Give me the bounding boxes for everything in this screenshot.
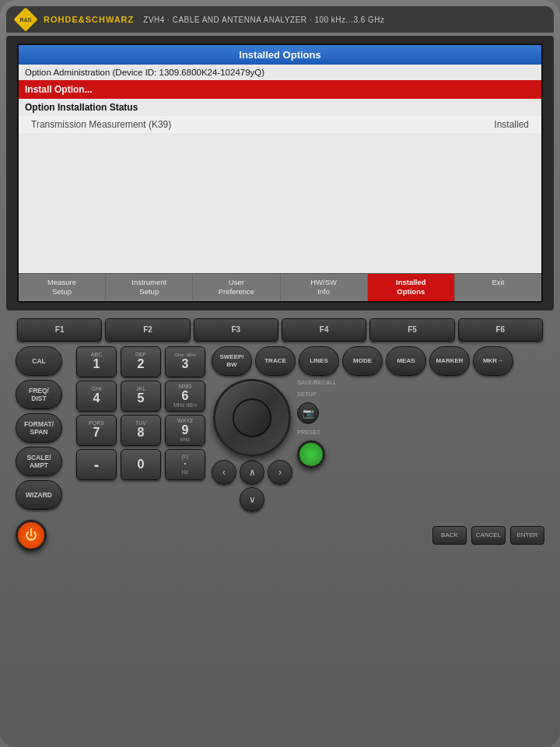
install-status-header: Option Installation Status xyxy=(19,99,541,116)
nav-up-btn[interactable]: ∧ xyxy=(240,460,264,485)
back-key[interactable]: BACK xyxy=(432,526,467,545)
numpad-row-4: - 0 (n) · Hz xyxy=(76,449,205,480)
rotary-center xyxy=(233,398,271,437)
format-span-key[interactable]: FORMAT/SPAN xyxy=(16,413,62,443)
mkr-arrow-key[interactable]: MKR→ xyxy=(473,346,513,376)
numpad-row-1: ABC 1 DEF 2 GHz -d8m 3 xyxy=(76,346,205,377)
side-buttons: SAVE/RECALL SETUP 📷 PRESET xyxy=(297,379,337,468)
softkey-measure-setup[interactable]: MeasureSetup xyxy=(19,274,106,301)
key-2[interactable]: DEF 2 xyxy=(121,346,161,377)
softkey-instrument-setup[interactable]: InstrumentSetup xyxy=(106,274,193,301)
cal-key[interactable]: CAL xyxy=(16,346,62,376)
sweep-bw-key[interactable]: SWEEP/BW xyxy=(212,346,252,376)
power-button[interactable]: ⏻ xyxy=(16,520,47,551)
enter-key[interactable]: ENTER xyxy=(510,526,544,545)
marker-key[interactable]: MARKER xyxy=(429,346,470,376)
function-key-row: F1 F2 F3 F4 F5 F6 xyxy=(14,318,546,342)
setup-label: SETUP xyxy=(297,391,317,398)
key-9[interactable]: WXYZ 9 kHz xyxy=(165,415,205,446)
rs-diamond-icon: R&S xyxy=(13,7,37,31)
softkey-installed-options[interactable]: InstalledOptions xyxy=(368,274,455,301)
screen-blank-area xyxy=(19,133,541,273)
screen-title: Installed Options xyxy=(19,45,541,65)
numpad-row-3: PQRS 7 TUV 8 WXYZ 9 kHz xyxy=(76,415,205,446)
preset-button[interactable] xyxy=(297,440,325,468)
rotary-container: ‹ ∧ ∨ › xyxy=(212,379,292,512)
scale-ampt-key[interactable]: SCALE/AMPT xyxy=(16,447,62,476)
screen-bezel: Installed Options Option Administration … xyxy=(6,36,554,310)
nav-cluster: ‹ ∧ ∨ › xyxy=(212,460,292,512)
f1-key[interactable]: F1 xyxy=(17,318,102,342)
camera-key[interactable]: 📷 xyxy=(297,402,319,424)
right-keypad-section: SWEEP/BW TRACE LINES MODE MEAS MARKER MK… xyxy=(212,346,544,512)
device-model: ZVH4 · CABLE AND ANTENNA ANALYZER · 100 … xyxy=(143,16,384,24)
left-key-column: CAL FREQ/DIST FORMAT/SPAN SCALE/AMPT WIZ… xyxy=(16,346,70,512)
key-4[interactable]: GHI 4 xyxy=(76,381,117,412)
key-5[interactable]: JKL 5 xyxy=(121,381,161,412)
softkey-bar: MeasureSetup InstrumentSetup UserPrefere… xyxy=(19,273,541,301)
key-6[interactable]: MNO 6 MHz d8m xyxy=(165,381,205,412)
keypad-area: F1 F2 F3 F4 F5 F6 CAL FREQ/DIST FORMAT/S… xyxy=(6,314,554,559)
meas-key[interactable]: MEAS xyxy=(386,346,426,376)
trace-key[interactable]: TRACE xyxy=(255,346,296,376)
key-1[interactable]: ABC 1 xyxy=(76,346,117,377)
device-header: R&S ROHDE&SCHWARZ ZVH4 · CABLE AND ANTEN… xyxy=(6,6,554,33)
freq-dist-key[interactable]: FREQ/DIST xyxy=(16,380,62,409)
install-option-row[interactable]: Install Option... xyxy=(19,80,541,99)
nav-left-btn[interactable]: ‹ xyxy=(212,460,236,485)
softkey-user-preference[interactable]: UserPreference xyxy=(193,274,280,301)
rotary-dial[interactable] xyxy=(213,379,291,457)
bottom-row: ⏻ BACK CANCEL ENTER xyxy=(14,517,546,554)
option-admin-row: Option Administration (Device ID: 1309.6… xyxy=(19,65,541,80)
mode-key[interactable]: MODE xyxy=(342,346,383,376)
f6-key[interactable]: F6 xyxy=(458,318,543,342)
save-recall-label: SAVE/RECALL xyxy=(297,379,337,386)
key-minus[interactable]: - xyxy=(76,449,117,480)
key-0[interactable]: 0 xyxy=(121,449,161,480)
f2-key[interactable]: F2 xyxy=(105,318,190,342)
preset-label: PRESET xyxy=(297,429,320,436)
lines-key[interactable]: LINES xyxy=(299,346,339,376)
screen: Installed Options Option Administration … xyxy=(17,44,543,303)
brand-name: ROHDE&SCHWARZ xyxy=(44,15,134,24)
nav-down-btn[interactable]: ∨ xyxy=(240,487,264,512)
key-3[interactable]: GHz -d8m 3 xyxy=(165,346,205,377)
transmission-row: Transmission Measurement (K39) Installed xyxy=(19,116,541,133)
softkey-hw-sw-info[interactable]: HW/SWInfo xyxy=(281,274,368,301)
bottom-nav-keys: BACK CANCEL ENTER xyxy=(432,526,544,545)
softkey-exit[interactable]: Exit xyxy=(455,274,541,301)
wizard-key[interactable]: WIZARD xyxy=(16,480,62,510)
power-icon: ⏻ xyxy=(25,528,37,542)
cancel-key[interactable]: CANCEL xyxy=(471,526,506,545)
brand-logo: R&S xyxy=(17,11,34,28)
f3-key[interactable]: F3 xyxy=(194,318,278,342)
f5-key[interactable]: F5 xyxy=(369,318,454,342)
function-keys-right: SWEEP/BW TRACE LINES MODE MEAS MARKER MK… xyxy=(212,346,544,376)
nav-right-btn[interactable]: › xyxy=(268,460,292,485)
f4-key[interactable]: F4 xyxy=(282,318,366,342)
screen-content: Option Administration (Device ID: 1309.6… xyxy=(19,65,541,273)
key-7[interactable]: PQRS 7 xyxy=(76,415,117,446)
rotary-section: ‹ ∧ ∨ › SAVE/RECALL SETUP 📷 xyxy=(212,379,544,512)
key-dot-hz[interactable]: (n) · Hz xyxy=(165,449,205,480)
numpad-row-2: GHI 4 JKL 5 MNO 6 MHz d8m xyxy=(76,381,205,412)
numpad: ABC 1 DEF 2 GHz -d8m 3 GHI xyxy=(76,346,205,512)
device-body: R&S ROHDE&SCHWARZ ZVH4 · CABLE AND ANTEN… xyxy=(0,0,560,747)
key-8[interactable]: TUV 8 xyxy=(121,415,161,446)
